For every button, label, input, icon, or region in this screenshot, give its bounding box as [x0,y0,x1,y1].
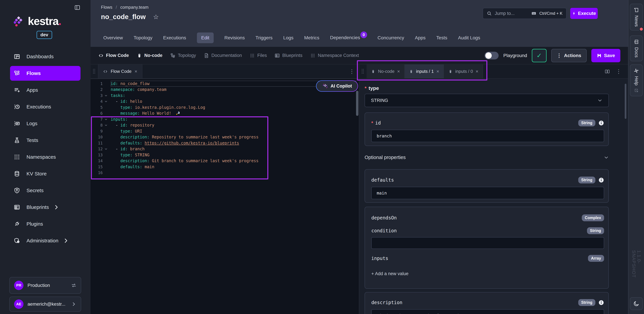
tab-executions[interactable]: Executions [163,32,186,43]
sidebar-item-plugins[interactable]: Plugins [10,217,80,231]
tab-audit-logs[interactable]: Audit Logs [458,32,480,43]
tab-tests[interactable]: Tests [436,32,447,43]
type-select[interactable]: STRING [364,94,609,107]
rail-button-news[interactable]: News [630,4,643,30]
id-property-card: * id String branch [364,113,609,146]
panel-menu-icon[interactable]: ⋮ [616,69,621,74]
panel-tab-inputs-0[interactable]: inputs / 0× [444,64,483,78]
sidebar-item-label: Flows [26,70,41,76]
line-number: 15 [90,165,103,169]
editor-tab-menu-icon[interactable]: ⋮ [349,68,359,75]
tenant-avatar: PR [14,281,24,290]
defaults-input[interactable]: main [371,187,604,199]
tab-metrics[interactable]: Metrics [304,32,319,43]
info-icon[interactable] [598,120,604,126]
description-input[interactable]: Git branch to summarize last week's prog… [371,309,604,314]
fold-chevron-icon[interactable] [103,118,109,121]
tab-revisions[interactable]: Revisions [224,32,245,43]
tab-logs[interactable]: Logs [283,32,294,43]
page-title: no_code_flow [101,13,146,20]
fold-chevron-icon[interactable] [103,124,109,127]
execute-button[interactable]: Execute [570,8,598,19]
yaml-editor[interactable]: AI Copilot 1id: no_code_flow2namespace: … [90,79,359,314]
tab-triggers[interactable]: Triggers [256,32,272,43]
playground-toggle[interactable] [484,52,498,59]
sidebar-item-administration[interactable]: Administration [10,233,80,248]
sidebar-item-logs[interactable]: Logs [10,116,80,131]
save-button[interactable]: Save [591,49,620,62]
favorite-star-icon[interactable]: ☆ [153,14,159,20]
line-number: 10 [90,135,103,139]
search-placeholder: Jump to... [495,11,528,16]
panel-tab-inputs-1[interactable]: inputs / 1× [405,64,444,78]
fold-chevron-icon[interactable] [103,148,109,151]
breadcrumb-flows[interactable]: Flows [101,5,112,10]
ai-copilot-button[interactable]: AI Copilot [316,80,358,92]
sidebar-item-apps[interactable]: Apps [10,83,80,97]
fold-chevron-icon[interactable] [103,94,109,97]
close-icon[interactable]: × [476,69,478,74]
collapse-sidebar-icon[interactable] [74,4,80,11]
tab-dependencies[interactable]: Dependencies0 [330,32,367,44]
close-icon[interactable]: × [134,69,137,74]
panel-tab-no-code[interactable]: No-code× [366,64,405,78]
mouse-icon [448,69,453,74]
tab-flow-code[interactable]: Flow Code × [98,64,142,78]
rail-button-docs[interactable]: Docs [630,35,643,61]
optional-properties-toggle[interactable]: Optional properties [364,155,609,160]
tab-overview[interactable]: Overview [103,32,123,43]
toolbar-item-blueprints[interactable]: Blueprints [274,53,302,58]
code-line: 10 description: Repository to summarize … [90,134,359,140]
fold-chevron-icon[interactable] [103,100,109,103]
validation-check-button[interactable]: ✓ [532,49,546,62]
editor-scrollbar[interactable] [356,91,358,116]
info-icon[interactable] [598,177,604,183]
toolbar-item-no-code[interactable]: No-code [137,53,162,58]
tab-edit[interactable]: Edit [197,32,214,43]
sidebar-item-kv-store[interactable]: KV Store [10,166,80,181]
add-value-button[interactable]: + Add a new value [371,271,604,276]
toolbar-item-documentation[interactable]: Documentation [204,53,242,58]
drag-handle-icon[interactable] [359,64,366,78]
sidebar-item-blueprints[interactable]: Blueprints [10,200,80,215]
close-icon[interactable]: × [397,69,400,74]
toolbar-item-topology[interactable]: Topology [170,53,196,58]
line-number: 13 [90,153,103,157]
jump-to-search[interactable]: Jump to... Ctrl/Cmd + K [483,8,566,19]
condition-input[interactable] [371,237,604,249]
panel-scrollbar[interactable] [625,84,626,119]
actions-button[interactable]: ⋮ Actions [551,49,587,62]
tab-apps[interactable]: Apps [415,32,426,43]
toolbar-item-files[interactable]: Files [250,53,267,58]
toolbar-item-namespace-context[interactable]: Namespace Context [310,53,359,58]
sidebar-item-label: Executions [26,104,51,110]
code-editor-pane: Flow Code × ⋮ AI Copilot 1id: no_code_fl… [90,64,359,314]
drag-handle-icon[interactable] [90,64,98,78]
info-icon[interactable] [598,300,604,306]
line-number: 1 [90,82,103,86]
tab-concurrency[interactable]: Concurrency [378,32,404,43]
theme-toggle-button[interactable] [630,297,643,310]
kestra-logo[interactable]: kestra. [14,15,61,27]
kv-icon [14,170,20,177]
breadcrumb-namespace[interactable]: company.team [120,5,148,10]
sidebar-item-label: Apps [26,87,38,93]
sidebar-item-dashboards[interactable]: Dashboards [10,49,80,64]
split-columns-icon[interactable] [604,69,610,74]
tenant-switcher[interactable]: PR Production [10,277,81,294]
sidebar-item-executions[interactable]: Executions [10,99,80,114]
toolbar-item-flow-code[interactable]: Flow Code [98,53,129,58]
sidebar-item-secrets[interactable]: Secrets [10,183,80,198]
sidebar-item-flows[interactable]: Flows [10,66,80,81]
sidebar-item-tests[interactable]: Tests [10,133,80,148]
code-line: 4 - id: hello [90,99,359,105]
tab-topology[interactable]: Topology [134,32,152,43]
user-menu[interactable]: AE aemerich@kestr... [10,297,81,312]
rail-button-help[interactable]: Help [630,64,643,96]
blueprints-icon [14,204,20,210]
line-number: 6 [90,111,103,116]
close-icon[interactable]: × [436,69,439,74]
search-icon [487,11,492,16]
sidebar-item-namespaces[interactable]: Namespaces [10,150,80,164]
id-input[interactable]: branch [371,130,604,142]
